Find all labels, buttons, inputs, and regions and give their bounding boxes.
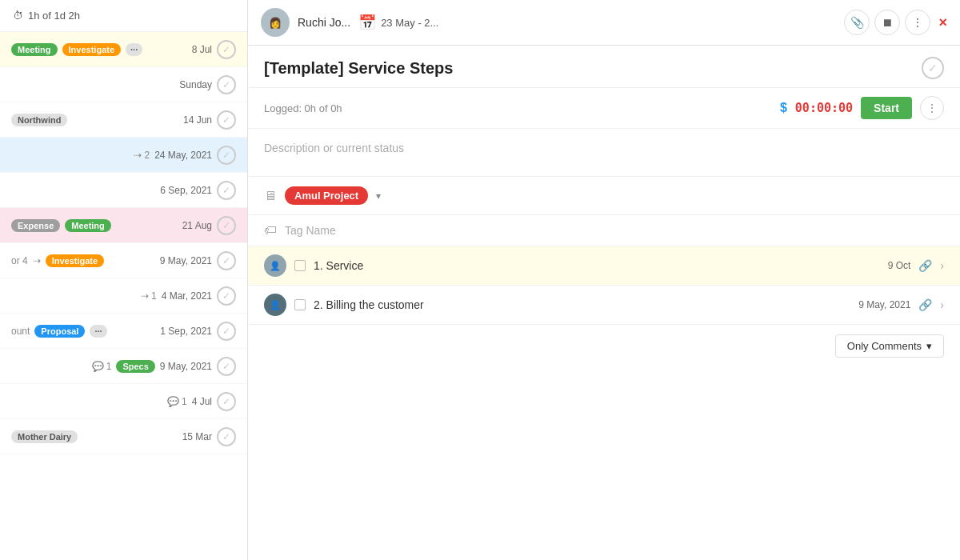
more-button[interactable]: ⋮ [905, 10, 930, 35]
sidebar-item-proposal[interactable]: ount Proposal ··· 1 Sep, 2021 ✓ [0, 314, 247, 349]
check-icon: ✓ [222, 396, 230, 407]
sidebar-item-expense[interactable]: Expense Meeting 21 Aug ✓ [0, 208, 247, 243]
avatar-initials: 👩 [269, 17, 282, 29]
item-date: 9 May, 2021 [160, 255, 212, 266]
logged-more-button[interactable]: ⋮ [920, 96, 944, 120]
tag-northwind: Northwind [11, 114, 67, 126]
task-title: [Template] Service Steps [264, 59, 922, 78]
calendar-icon: 📅 [358, 14, 376, 31]
item-date: 15 Mar [182, 431, 212, 442]
sidebar-item-sunday[interactable]: Sunday ✓ [0, 67, 247, 102]
sidebar-header: ⏱ 1h of 1d 2h [0, 0, 247, 32]
tag-dots: ··· [126, 43, 142, 56]
subtask-avatar-1: 👤 [264, 254, 286, 277]
clock-icon: ⏱ [13, 10, 23, 22]
tag-investigate: Investigate [62, 43, 121, 56]
sidebar-item-sep[interactable]: 6 Sep, 2021 ✓ [0, 173, 247, 208]
subtask-row-1[interactable]: 👤 1. Service 9 Oct 🔗 › [248, 246, 960, 286]
sidebar-time: 1h of 1d 2h [28, 10, 80, 22]
only-comments-button[interactable]: Only Comments ▾ [835, 334, 944, 358]
item-check[interactable]: ✓ [217, 181, 236, 200]
project-row: 🖥 Amul Project ▾ [248, 177, 960, 215]
dollar-icon: $ [780, 101, 787, 115]
project-badge[interactable]: Amul Project [285, 186, 368, 205]
description-placeholder: Description or current status [264, 142, 404, 154]
item-date: 4 Jul [192, 396, 212, 407]
tag-row: 🏷 Tag Name [248, 215, 960, 246]
tag-icon: 🏷 [264, 223, 277, 238]
item-check[interactable]: ✓ [217, 322, 236, 341]
avatar: 👩 [261, 8, 290, 37]
tag-meeting-2: Meeting [65, 219, 111, 232]
item-check[interactable]: ✓ [217, 216, 236, 235]
link-icon-1[interactable]: 🔗 [918, 259, 932, 272]
only-comments-label: Only Comments [847, 340, 922, 352]
subtask-row-2[interactable]: 👤 2. Billing the customer 9 May, 2021 🔗 … [248, 286, 960, 325]
stop-button[interactable]: ⏹ [874, 10, 900, 35]
sidebar-item-subtask-2[interactable]: ⇢ 2 24 May, 2021 ✓ [0, 138, 247, 173]
comment-icon-2: 💬 [167, 396, 179, 407]
subtask-icon: ⇢ [134, 150, 142, 161]
date-range: 📅 23 May - 2... [358, 14, 438, 31]
comments-footer: Only Comments ▾ [248, 325, 960, 367]
sidebar-item-mar[interactable]: ⇢ 1 4 Mar, 2021 ✓ [0, 278, 247, 314]
task-complete-button[interactable]: ✓ [922, 57, 944, 79]
item-date: 4 Mar, 2021 [162, 290, 212, 302]
item-check[interactable]: ✓ [217, 286, 236, 306]
comment-icon: 💬 [92, 361, 104, 372]
sidebar-item-jul[interactable]: 💬 1 4 Jul ✓ [0, 384, 247, 419]
item-date: 24 May, 2021 [154, 150, 212, 161]
tag-placeholder[interactable]: Tag Name [285, 224, 336, 237]
chevron-down-icon[interactable]: ▾ [376, 190, 381, 202]
dots-vertical-icon: ⋮ [912, 16, 923, 29]
subtask-checkbox-1[interactable] [294, 260, 306, 271]
sidebar-item-1[interactable]: Meeting Investigate ··· 8 Jul ✓ [0, 32, 247, 67]
comments-dropdown-icon: ▾ [926, 340, 932, 352]
sidebar-item-specs[interactable]: 💬 1 Specs 9 May, 2021 ✓ [0, 349, 247, 384]
subtask-date-1: 9 Oct [888, 260, 911, 271]
check-icon: ✓ [222, 44, 230, 55]
item-check[interactable]: ✓ [217, 251, 236, 270]
close-button[interactable]: × [938, 14, 947, 31]
chevron-right-icon-2[interactable]: › [940, 298, 944, 311]
logged-text: Logged: 0h of 0h [264, 102, 342, 114]
subtask-checkbox-2[interactable] [294, 299, 306, 310]
start-button[interactable]: Start [861, 97, 912, 119]
subtask-icon-2: ⇢ [33, 255, 41, 266]
sidebar-item-mother-dairy[interactable]: Mother Dairy 15 Mar ✓ [0, 419, 247, 454]
item-date: 21 Aug [182, 220, 212, 231]
item-date: 8 Jul [192, 44, 212, 55]
timer-display: 00:00:00 [795, 101, 853, 115]
chevron-right-icon-1[interactable]: › [940, 259, 944, 272]
top-bar-actions: 📎 ⏹ ⋮ × [844, 10, 947, 35]
item-prefix: or 4 [11, 255, 28, 266]
tag-meeting: Meeting [11, 43, 58, 56]
sidebar-item-investigate-2[interactable]: or 4 ⇢ Investigate 9 May, 2021 ✓ [0, 243, 247, 278]
tag-proposal: Proposal [34, 325, 85, 338]
item-check[interactable]: ✓ [217, 146, 236, 165]
tag-dots-2: ··· [90, 325, 106, 338]
subtask-count: ⇢ 2 [134, 150, 150, 161]
check-icon: ✓ [222, 185, 230, 196]
tag-mother-dairy: Mother Dairy [11, 430, 78, 443]
description-area[interactable]: Description or current status [248, 129, 960, 177]
sidebar-item-northwind[interactable]: Northwind 14 Jun ✓ [0, 102, 247, 138]
item-label-sunday: Sunday [179, 79, 212, 90]
paperclip-button[interactable]: 📎 [844, 10, 870, 35]
item-date: 1 Sep, 2021 [160, 326, 212, 337]
main-panel: 👩 Ruchi Jo... 📅 23 May - 2... 📎 ⏹ ⋮ × [T… [248, 0, 960, 560]
item-date: 9 May, 2021 [160, 361, 212, 372]
item-check[interactable]: ✓ [217, 110, 236, 130]
item-check[interactable]: ✓ [217, 357, 236, 376]
item-check[interactable]: ✓ [217, 427, 236, 446]
item-check[interactable]: ✓ [217, 40, 236, 59]
subtask-icon-3: ⇢ [141, 290, 149, 302]
check-icon: ✓ [222, 326, 230, 337]
comment-count: 💬 1 [92, 361, 112, 372]
item-date: 14 Jun [183, 114, 212, 126]
link-icon-2[interactable]: 🔗 [918, 298, 932, 311]
item-check[interactable]: ✓ [217, 392, 236, 411]
check-icon: ✓ [222, 79, 230, 90]
tag-expense: Expense [11, 219, 60, 232]
item-check[interactable]: ✓ [217, 75, 236, 94]
